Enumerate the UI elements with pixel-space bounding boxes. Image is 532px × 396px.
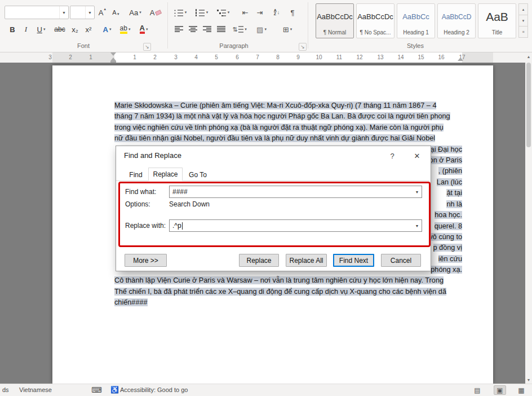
style-card-normal[interactable]: AaBbCcDc ¶ Normal bbox=[316, 3, 354, 38]
right-indent-marker[interactable] bbox=[458, 58, 463, 61]
styles-gallery-more-button[interactable]: ≡ bbox=[518, 26, 528, 38]
text-highlight-button[interactable]: ab▾ bbox=[116, 23, 134, 36]
text-line[interactable]: Marie Skłodowska – Curie (phiên âm tiếng… bbox=[114, 100, 462, 112]
font-name-combobox[interactable]: ▼ bbox=[5, 6, 69, 19]
scroll-up-button[interactable]: ▲ bbox=[525, 52, 532, 60]
vertical-scrollbar[interactable]: ▲ ▼ bbox=[525, 52, 532, 384]
dropdown-arrow-icon[interactable]: ▾ bbox=[290, 27, 292, 32]
accessibility-status[interactable]: Accessibility: Good to go bbox=[120, 386, 188, 393]
ruler-number: 4 bbox=[193, 54, 200, 60]
styles-scroll-up-button[interactable]: ▴ bbox=[518, 3, 528, 15]
outdent-icon: ⇤ bbox=[242, 8, 249, 17]
dropdown-arrow-icon[interactable]: ▾ bbox=[228, 10, 230, 15]
text-line[interactable]: tháng 7 năm 1934) là một nhà vật lý và h… bbox=[114, 111, 462, 122]
web-layout-icon: ▦ bbox=[518, 386, 524, 394]
align-right-button[interactable] bbox=[201, 23, 213, 36]
ruler-page-band bbox=[52, 52, 493, 63]
chevron-down-icon[interactable]: ▼ bbox=[85, 6, 94, 19]
close-button[interactable]: ✕ bbox=[412, 151, 422, 161]
accessibility-icon[interactable]: ♿ bbox=[110, 386, 119, 394]
style-preview: AaB bbox=[486, 4, 508, 29]
scroll-down-button[interactable]: ▼ bbox=[525, 376, 532, 384]
options-value: Search Down bbox=[169, 200, 210, 208]
show-formatting-marks-button[interactable]: ¶ bbox=[286, 6, 299, 19]
chevron-down-icon[interactable]: ▼ bbox=[413, 220, 422, 231]
keyboard-icon[interactable]: ⌨ bbox=[91, 386, 102, 394]
read-mode-button[interactable]: ▤ bbox=[471, 385, 484, 395]
style-name: Heading 2 bbox=[444, 29, 469, 36]
style-card-title[interactable]: AaB Title bbox=[478, 3, 516, 38]
underline-button[interactable]: U▾ bbox=[33, 23, 50, 36]
font-dialog-launcher[interactable]: ↘ bbox=[143, 43, 151, 51]
replace-with-input[interactable]: .^p ▼ bbox=[169, 219, 422, 232]
style-card-heading1[interactable]: AaBbCc Heading 1 bbox=[397, 3, 435, 38]
dropdown-arrow-icon[interactable]: ▾ bbox=[264, 27, 267, 32]
paragraph-group-label: Paragraph bbox=[203, 42, 265, 49]
dropdown-arrow-icon[interactable]: ▾ bbox=[206, 10, 209, 15]
bullets-button[interactable]: ▾ bbox=[171, 6, 189, 19]
multilevel-list-button[interactable]: ▾ bbox=[214, 6, 232, 19]
help-button[interactable]: ? bbox=[387, 151, 397, 161]
decrease-indent-button[interactable]: ⇤ bbox=[239, 6, 251, 19]
style-preview: AaBbCcDc bbox=[317, 4, 353, 29]
align-center-button[interactable] bbox=[187, 23, 199, 36]
text-line[interactable]: trong việc nghiên cứu về tính phóng xạ (… bbox=[114, 122, 462, 134]
replace-all-button[interactable]: Replace All bbox=[286, 254, 327, 267]
left-indent-marker[interactable] bbox=[110, 61, 116, 63]
text-effects-button[interactable]: A▾ bbox=[99, 23, 115, 36]
dropdown-arrow-icon[interactable]: ▾ bbox=[245, 27, 247, 32]
borders-button[interactable]: ⊞▾ bbox=[278, 23, 296, 36]
replace-button[interactable]: Replace bbox=[239, 254, 279, 267]
text-line[interactable]: nữ đầu tiên nhận giải Nobel, người đầu t… bbox=[114, 133, 462, 144]
paragraph-dialog-launcher[interactable]: ↘ bbox=[299, 43, 307, 51]
subscript-button[interactable]: x₂ bbox=[69, 23, 81, 36]
grow-font-button[interactable]: A▲ bbox=[96, 6, 109, 19]
more-button[interactable]: More >> bbox=[125, 254, 167, 267]
line-spacing-button[interactable]: ⇅▾ bbox=[230, 23, 249, 36]
underline-label: U bbox=[37, 25, 42, 34]
align-left-button[interactable] bbox=[172, 23, 185, 36]
change-case-button[interactable]: Aa▾ bbox=[126, 6, 144, 19]
scrollbar-thumb[interactable] bbox=[526, 63, 531, 147]
strikethrough-button[interactable]: abc bbox=[52, 23, 68, 36]
find-next-button[interactable]: Find Next bbox=[333, 254, 374, 267]
first-line-indent-marker[interactable] bbox=[110, 52, 116, 56]
dropdown-arrow-icon[interactable]: ▾ bbox=[43, 27, 46, 32]
language-indicator[interactable]: Vietnamese bbox=[19, 386, 52, 393]
cancel-button[interactable]: Cancel bbox=[381, 254, 421, 267]
tab-replace[interactable]: Replace bbox=[148, 168, 183, 181]
dropdown-arrow-icon[interactable]: ▾ bbox=[185, 10, 187, 15]
dropdown-arrow-icon[interactable]: ▾ bbox=[109, 27, 112, 32]
sort-button[interactable]: AZ↓ bbox=[269, 6, 284, 19]
shrink-font-button[interactable]: A▼ bbox=[109, 6, 123, 19]
word-count-indicator[interactable]: ds bbox=[2, 386, 9, 393]
font-color-button[interactable]: A▾ bbox=[135, 23, 152, 36]
numbering-button[interactable]: ▾ bbox=[193, 6, 211, 19]
find-what-input[interactable]: #### ▼ bbox=[169, 186, 422, 198]
font-size-combobox[interactable]: ▼ bbox=[70, 6, 95, 19]
justify-button[interactable] bbox=[215, 23, 227, 36]
bold-button[interactable]: B bbox=[6, 23, 19, 36]
style-card-heading2[interactable]: AaBbCcD Heading 2 bbox=[437, 3, 476, 38]
style-card-no-spacing[interactable]: AaBbCcDc ¶ No Spac... bbox=[356, 3, 394, 38]
dropdown-arrow-icon[interactable]: ▾ bbox=[146, 27, 148, 32]
styles-scroll-down-button[interactable]: ▾ bbox=[518, 15, 528, 27]
chevron-down-icon[interactable]: ▼ bbox=[59, 6, 68, 19]
horizontal-ruler[interactable]: 3 2 1 1 2 3 4 5 6 7 8 9 10 11 12 13 14 1… bbox=[0, 52, 532, 63]
tab-goto[interactable]: Go To bbox=[184, 169, 211, 181]
text-line[interactable]: Cô thành lập Viện Curie ở Paris và Warsa… bbox=[114, 275, 462, 287]
shading-button[interactable]: ▨▾ bbox=[252, 23, 271, 36]
text-line[interactable]: chiến#### bbox=[114, 297, 462, 309]
chevron-down-icon[interactable]: ▼ bbox=[413, 186, 422, 197]
clear-formatting-button[interactable]: A bbox=[148, 6, 163, 19]
indent-icon: ⇥ bbox=[257, 8, 263, 17]
italic-button[interactable]: I bbox=[20, 23, 32, 36]
superscript-button[interactable]: x² bbox=[82, 23, 95, 36]
text-line[interactable]: Thế chiến I, bà đã phát triển các xe X–q… bbox=[114, 287, 462, 298]
find-what-label: Find what: bbox=[125, 188, 156, 196]
web-layout-button[interactable]: ▦ bbox=[515, 385, 527, 395]
print-layout-button[interactable]: ▣ bbox=[494, 385, 506, 395]
tab-find[interactable]: Find bbox=[125, 169, 147, 181]
increase-indent-button[interactable]: ⇥ bbox=[254, 6, 266, 19]
dropdown-arrow-icon[interactable]: ▾ bbox=[128, 27, 131, 32]
